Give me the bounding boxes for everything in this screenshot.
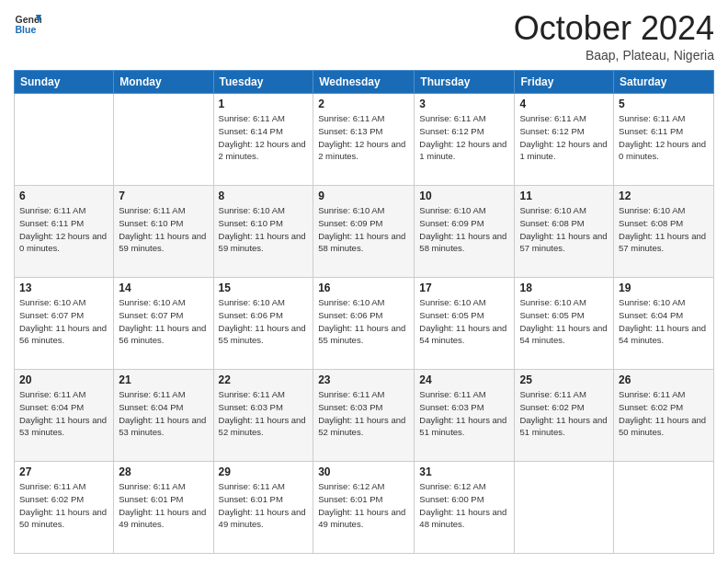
- day-cell: 31Sunrise: 6:12 AM Sunset: 6:00 PM Dayli…: [415, 462, 515, 554]
- day-cell: 10Sunrise: 6:10 AM Sunset: 6:09 PM Dayli…: [415, 186, 515, 278]
- day-cell: 27Sunrise: 6:11 AM Sunset: 6:02 PM Dayli…: [15, 462, 114, 554]
- day-number: 7: [119, 190, 208, 202]
- day-info: Sunrise: 6:10 AM Sunset: 6:06 PM Dayligh…: [219, 296, 309, 347]
- day-number: 9: [318, 190, 409, 202]
- day-cell: 26Sunrise: 6:11 AM Sunset: 6:02 PM Dayli…: [614, 370, 714, 462]
- day-number: 12: [619, 190, 709, 202]
- week-row-4: 20Sunrise: 6:11 AM Sunset: 6:04 PM Dayli…: [15, 370, 714, 462]
- subtitle: Baap, Plateau, Nigeria: [514, 48, 714, 63]
- day-info: Sunrise: 6:12 AM Sunset: 6:00 PM Dayligh…: [419, 480, 509, 531]
- day-cell: 15Sunrise: 6:10 AM Sunset: 6:06 PM Dayli…: [213, 278, 313, 370]
- day-cell: 30Sunrise: 6:12 AM Sunset: 6:01 PM Dayli…: [313, 462, 415, 554]
- day-number: 8: [219, 190, 309, 202]
- day-cell: 6Sunrise: 6:11 AM Sunset: 6:11 PM Daylig…: [15, 186, 114, 278]
- day-info: Sunrise: 6:10 AM Sunset: 6:04 PM Dayligh…: [619, 296, 709, 347]
- day-number: 22: [219, 373, 309, 386]
- header-row: Sunday Monday Tuesday Wednesday Thursday…: [15, 71, 714, 94]
- day-cell: 18Sunrise: 6:10 AM Sunset: 6:05 PM Dayli…: [515, 278, 614, 370]
- col-friday: Friday: [515, 71, 614, 94]
- day-number: 23: [318, 373, 409, 386]
- day-number: 18: [519, 282, 609, 294]
- day-number: 26: [619, 373, 709, 386]
- day-cell: 14Sunrise: 6:10 AM Sunset: 6:07 PM Dayli…: [114, 278, 213, 370]
- day-number: 6: [19, 190, 108, 202]
- day-info: Sunrise: 6:10 AM Sunset: 6:05 PM Dayligh…: [419, 296, 509, 347]
- day-number: 3: [419, 98, 509, 110]
- day-number: 2: [318, 98, 409, 110]
- day-number: 21: [119, 373, 208, 386]
- day-info: Sunrise: 6:11 AM Sunset: 6:02 PM Dayligh…: [19, 480, 108, 531]
- logo-icon: General Blue: [14, 9, 41, 37]
- week-row-5: 27Sunrise: 6:11 AM Sunset: 6:02 PM Dayli…: [15, 462, 714, 554]
- day-cell: 4Sunrise: 6:11 AM Sunset: 6:12 PM Daylig…: [515, 94, 614, 186]
- day-number: 5: [619, 98, 709, 110]
- day-cell: 1Sunrise: 6:11 AM Sunset: 6:14 PM Daylig…: [213, 94, 313, 186]
- day-cell: 17Sunrise: 6:10 AM Sunset: 6:05 PM Dayli…: [415, 278, 515, 370]
- day-cell: 25Sunrise: 6:11 AM Sunset: 6:02 PM Dayli…: [515, 370, 614, 462]
- day-info: Sunrise: 6:11 AM Sunset: 6:03 PM Dayligh…: [219, 388, 309, 439]
- day-cell: [515, 462, 614, 554]
- col-wednesday: Wednesday: [313, 71, 415, 94]
- col-thursday: Thursday: [415, 71, 515, 94]
- day-info: Sunrise: 6:11 AM Sunset: 6:13 PM Dayligh…: [318, 112, 409, 163]
- day-number: 31: [419, 465, 509, 478]
- col-monday: Monday: [114, 71, 213, 94]
- week-row-2: 6Sunrise: 6:11 AM Sunset: 6:11 PM Daylig…: [15, 186, 714, 278]
- day-info: Sunrise: 6:12 AM Sunset: 6:01 PM Dayligh…: [318, 480, 409, 531]
- day-number: 11: [519, 190, 609, 202]
- day-number: 19: [619, 282, 709, 294]
- day-number: 30: [318, 465, 409, 478]
- day-number: 20: [19, 373, 108, 386]
- day-info: Sunrise: 6:10 AM Sunset: 6:06 PM Dayligh…: [318, 296, 409, 347]
- day-cell: 13Sunrise: 6:10 AM Sunset: 6:07 PM Dayli…: [15, 278, 114, 370]
- day-number: 16: [318, 282, 409, 294]
- day-cell: 11Sunrise: 6:10 AM Sunset: 6:08 PM Dayli…: [515, 186, 614, 278]
- day-number: 24: [419, 373, 509, 386]
- day-info: Sunrise: 6:10 AM Sunset: 6:09 PM Dayligh…: [419, 204, 509, 255]
- day-cell: 12Sunrise: 6:10 AM Sunset: 6:08 PM Dayli…: [614, 186, 714, 278]
- col-saturday: Saturday: [614, 71, 714, 94]
- day-cell: 19Sunrise: 6:10 AM Sunset: 6:04 PM Dayli…: [614, 278, 714, 370]
- month-title: October 2024: [514, 9, 714, 48]
- day-info: Sunrise: 6:11 AM Sunset: 6:02 PM Dayligh…: [619, 388, 709, 439]
- day-info: Sunrise: 6:10 AM Sunset: 6:08 PM Dayligh…: [619, 204, 709, 255]
- svg-text:Blue: Blue: [16, 24, 37, 35]
- day-info: Sunrise: 6:11 AM Sunset: 6:02 PM Dayligh…: [519, 388, 609, 439]
- day-number: 27: [19, 465, 108, 478]
- day-cell: 22Sunrise: 6:11 AM Sunset: 6:03 PM Dayli…: [213, 370, 313, 462]
- day-info: Sunrise: 6:11 AM Sunset: 6:04 PM Dayligh…: [19, 388, 108, 439]
- day-number: 14: [119, 282, 208, 294]
- day-cell: 16Sunrise: 6:10 AM Sunset: 6:06 PM Dayli…: [313, 278, 415, 370]
- day-info: Sunrise: 6:11 AM Sunset: 6:04 PM Dayligh…: [119, 388, 208, 439]
- day-info: Sunrise: 6:10 AM Sunset: 6:10 PM Dayligh…: [219, 204, 309, 255]
- day-info: Sunrise: 6:11 AM Sunset: 6:10 PM Dayligh…: [119, 204, 208, 255]
- day-number: 28: [119, 465, 208, 478]
- day-number: 29: [219, 465, 309, 478]
- week-row-1: 1Sunrise: 6:11 AM Sunset: 6:14 PM Daylig…: [15, 94, 714, 186]
- day-cell: 3Sunrise: 6:11 AM Sunset: 6:12 PM Daylig…: [415, 94, 515, 186]
- day-cell: 21Sunrise: 6:11 AM Sunset: 6:04 PM Dayli…: [114, 370, 213, 462]
- day-info: Sunrise: 6:11 AM Sunset: 6:11 PM Dayligh…: [619, 112, 709, 163]
- day-number: 17: [419, 282, 509, 294]
- day-cell: [114, 94, 213, 186]
- day-number: 15: [219, 282, 309, 294]
- day-number: 13: [19, 282, 108, 294]
- day-cell: 7Sunrise: 6:11 AM Sunset: 6:10 PM Daylig…: [114, 186, 213, 278]
- day-info: Sunrise: 6:10 AM Sunset: 6:09 PM Dayligh…: [318, 204, 409, 255]
- day-cell: 2Sunrise: 6:11 AM Sunset: 6:13 PM Daylig…: [313, 94, 415, 186]
- day-number: 10: [419, 190, 509, 202]
- day-info: Sunrise: 6:10 AM Sunset: 6:08 PM Dayligh…: [519, 204, 609, 255]
- day-info: Sunrise: 6:10 AM Sunset: 6:07 PM Dayligh…: [19, 296, 108, 347]
- day-cell: 5Sunrise: 6:11 AM Sunset: 6:11 PM Daylig…: [614, 94, 714, 186]
- day-info: Sunrise: 6:11 AM Sunset: 6:12 PM Dayligh…: [519, 112, 609, 163]
- day-info: Sunrise: 6:11 AM Sunset: 6:12 PM Dayligh…: [419, 112, 509, 163]
- day-cell: [15, 94, 114, 186]
- day-number: 1: [219, 98, 309, 110]
- day-cell: 28Sunrise: 6:11 AM Sunset: 6:01 PM Dayli…: [114, 462, 213, 554]
- day-info: Sunrise: 6:11 AM Sunset: 6:01 PM Dayligh…: [119, 480, 208, 531]
- title-block: October 2024 Baap, Plateau, Nigeria: [514, 9, 714, 63]
- day-cell: 29Sunrise: 6:11 AM Sunset: 6:01 PM Dayli…: [213, 462, 313, 554]
- day-info: Sunrise: 6:11 AM Sunset: 6:03 PM Dayligh…: [419, 388, 509, 439]
- day-info: Sunrise: 6:11 AM Sunset: 6:14 PM Dayligh…: [219, 112, 309, 163]
- day-cell: 24Sunrise: 6:11 AM Sunset: 6:03 PM Dayli…: [415, 370, 515, 462]
